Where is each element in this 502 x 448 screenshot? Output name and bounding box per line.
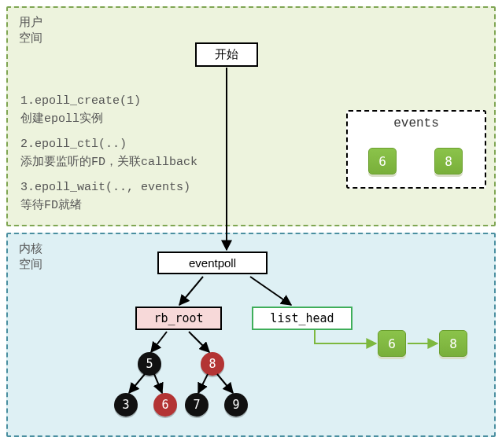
rb-node-8: 8 (201, 352, 224, 376)
user-space-label: 用户 空间 (13, 11, 49, 50)
rb-node-5: 5 (138, 352, 161, 376)
kernel-space-label: 内核 空间 (13, 237, 49, 276)
api-line3: 3.epoll_wait(.., events) (20, 179, 249, 197)
api-line3-desc: 等待FD就绪 (20, 197, 249, 215)
list-head-box: list_head (252, 307, 353, 330)
events-item-0: 6 (368, 148, 397, 174)
rb-node-6: 6 (153, 393, 177, 417)
events-panel: events 6 8 (346, 110, 486, 189)
api-line1: 1.epoll_create(1) (20, 93, 249, 111)
rb-node-9: 9 (224, 393, 248, 417)
eventpoll-box: eventpoll (157, 252, 268, 274)
diagram-canvas: 用户 空间 内核 空间 开始 1.epoll_create(1) 创建epoll… (0, 0, 502, 448)
api-line1-desc: 创建epoll实例 (20, 111, 249, 129)
api-line2-desc: 添加要监听的FD，关联callback (20, 154, 249, 172)
rb-root-box: rb_root (135, 307, 222, 330)
api-calls-text: 1.epoll_create(1) 创建epoll实例 2.epoll_ctl(… (20, 93, 249, 215)
api-line2: 2.epoll_ctl(..) (20, 136, 249, 154)
rb-node-7: 7 (185, 393, 209, 417)
rb-node-3: 3 (114, 393, 138, 417)
events-item-1: 8 (434, 148, 463, 174)
ready-list-item-0: 6 (378, 330, 406, 357)
events-title: events (348, 112, 485, 130)
ready-list-item-1: 8 (439, 330, 467, 357)
start-box: 开始 (195, 42, 258, 67)
